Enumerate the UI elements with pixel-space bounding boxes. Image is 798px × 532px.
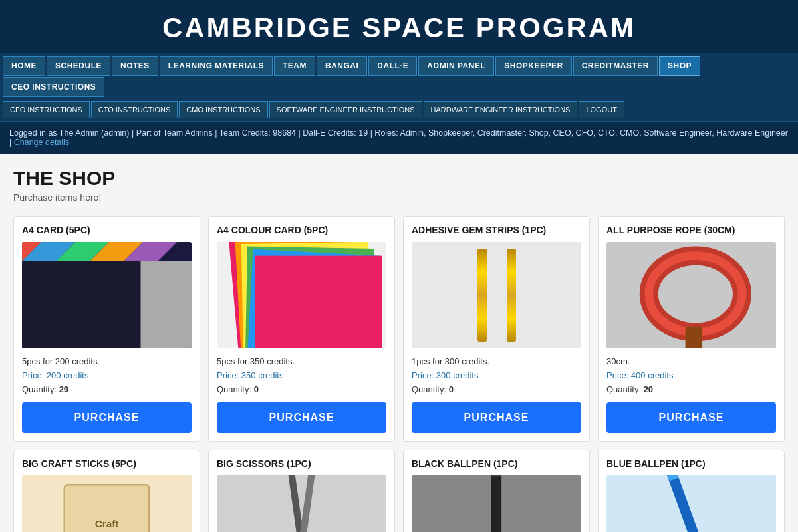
nav-btn2-cmo-instructions[interactable]: CMO INSTRUCTIONS	[179, 101, 267, 118]
product-qty-1: Quantity: 0	[217, 384, 386, 394]
nav-btn-bangai[interactable]: BANGAI	[317, 56, 367, 76]
product-image-craftsticks: Craft Sticks	[22, 475, 192, 532]
nav-btn-notes[interactable]: NOTES	[112, 56, 158, 76]
purchase-button-2[interactable]: PURCHASE	[412, 402, 581, 433]
qty-value-2: 0	[449, 384, 454, 394]
svg-rect-7	[141, 261, 192, 348]
nav-btn-dall-e[interactable]: DALL-E	[368, 56, 417, 76]
purchase-button-1[interactable]: PURCHASE	[217, 402, 386, 433]
user-info-text: Logged in as The Admin (admin) | Part of…	[9, 128, 788, 147]
primary-nav: HOMESCHEDULENOTESLEARNING MATERIALSTEAMB…	[0, 53, 798, 100]
product-card-0: A4 CARD (5PC) 5pcs for 200 credits.Price…	[13, 216, 200, 442]
product-desc-2: 1pcs for 300 credits.	[412, 356, 581, 366]
products-grid: A4 CARD (5PC) 5pcs for 200 credits.Price…	[13, 216, 785, 532]
secondary-nav: CFO INSTRUCTIONSCTO INSTRUCTIONSCMO INST…	[0, 100, 798, 121]
product-desc-1: 5pcs for 350 credits.	[217, 356, 386, 366]
nav-btn-shop[interactable]: SHOP	[659, 56, 700, 76]
svg-text:Craft: Craft	[95, 518, 119, 529]
product-desc-3: 30cm.	[606, 356, 776, 366]
product-card-2: ADHESIVE GEM STRIPS (1PC)1pcs for 300 cr…	[403, 216, 590, 442]
product-image-colorcard	[217, 242, 386, 348]
shop-subtitle: Purchase items here!	[13, 192, 785, 203]
product-card-1: A4 COLOUR CARD (5PC) 5pcs for 350 credit…	[208, 216, 395, 442]
nav-btn-creditmaster[interactable]: CREDITMASTER	[573, 56, 658, 76]
nav-btn-schedule[interactable]: SCHEDULE	[47, 56, 110, 76]
nav-btn2-logout[interactable]: LOGOUT	[579, 101, 624, 118]
product-name-2: ADHESIVE GEM STRIPS (1PC)	[412, 225, 581, 235]
nav-btn2-hardware-engineer-instructions[interactable]: HARDWARE ENGINEER INSTRUCTIONS	[424, 101, 578, 118]
product-card-4: BIG CRAFT STICKS (5PC) Craft Sticks 5pcs…	[13, 450, 200, 532]
product-image-scissors	[217, 475, 386, 532]
product-card-3: ALL PURPOSE ROPE (30CM) 30cm.Price: 400 …	[598, 216, 785, 442]
nav-btn2-software-engineer-instructions[interactable]: SOFTWARE ENGINEER INSTRUCTIONS	[269, 101, 422, 118]
product-desc-0: 5pcs for 200 credits.	[22, 356, 192, 366]
product-name-3: ALL PURPOSE ROPE (30CM)	[606, 225, 776, 235]
product-card-7: BLUE BALLPEN (1PC) 1pcs for 50 credits.P…	[598, 450, 785, 532]
product-price-0: Price: 200 credits	[22, 370, 192, 380]
user-info-bar: Logged in as The Admin (admin) | Part of…	[0, 121, 798, 154]
site-title: CAMBRIDGE SPACE PROGRAM	[7, 12, 791, 44]
svg-rect-6	[22, 261, 141, 348]
product-image-blackpen	[412, 475, 581, 532]
product-qty-3: Quantity: 20	[606, 384, 776, 394]
svg-rect-18	[686, 326, 703, 348]
svg-rect-14	[255, 256, 382, 348]
shop-title: THE SHOP	[13, 167, 785, 190]
product-image-bluepen	[606, 475, 776, 532]
product-name-0: A4 CARD (5PC)	[22, 225, 192, 235]
site-header: CAMBRIDGE SPACE PROGRAM	[0, 0, 798, 53]
nav-btn-team[interactable]: TEAM	[274, 56, 315, 76]
purchase-button-3[interactable]: PURCHASE	[606, 402, 776, 433]
product-qty-0: Quantity: 29	[22, 384, 192, 394]
qty-value-3: 20	[644, 384, 653, 394]
nav-btn-learning-materials[interactable]: LEARNING MATERIALS	[160, 56, 273, 76]
product-name-4: BIG CRAFT STICKS (5PC)	[22, 458, 192, 469]
product-image-rope	[606, 242, 776, 348]
product-name-6: BLACK BALLPEN (1PC)	[412, 458, 581, 469]
product-price-3: Price: 400 credits	[606, 370, 776, 380]
product-name-5: BIG SCISSORS (1PC)	[217, 458, 386, 469]
nav-btn2-cfo-instructions[interactable]: CFO INSTRUCTIONS	[3, 101, 90, 118]
qty-value-1: 0	[254, 384, 259, 394]
product-qty-2: Quantity: 0	[412, 384, 581, 394]
main-content: THE SHOP Purchase items here! A4 CARD (5…	[0, 154, 798, 532]
product-image-a4card	[22, 242, 192, 348]
nav-btn-admin-panel[interactable]: ADMIN PANEL	[418, 56, 494, 76]
product-image-gemstrips	[412, 242, 581, 348]
product-price-2: Price: 300 credits	[412, 370, 581, 380]
product-name-7: BLUE BALLPEN (1PC)	[606, 458, 776, 469]
purchase-button-0[interactable]: PURCHASE	[22, 402, 192, 433]
product-card-5: BIG SCISSORS (1PC) 1pcs for 100 credits.…	[208, 450, 395, 532]
change-details-link[interactable]: Change details	[14, 138, 69, 147]
nav-btn-ceo-instructions[interactable]: CEO INSTRUCTIONS	[3, 77, 104, 97]
nav-btn2-cto-instructions[interactable]: CTO INSTRUCTIONS	[91, 101, 178, 118]
svg-rect-30	[491, 475, 501, 532]
product-price-1: Price: 350 credits	[217, 370, 386, 380]
nav-btn-home[interactable]: HOME	[3, 56, 45, 76]
product-card-6: BLACK BALLPEN (1PC) 1pcs for 50 credits.…	[403, 450, 590, 532]
product-name-1: A4 COLOUR CARD (5PC)	[217, 225, 386, 235]
qty-value-0: 29	[59, 384, 68, 394]
nav-btn-shopkeeper[interactable]: SHOPKEEPER	[495, 56, 571, 76]
